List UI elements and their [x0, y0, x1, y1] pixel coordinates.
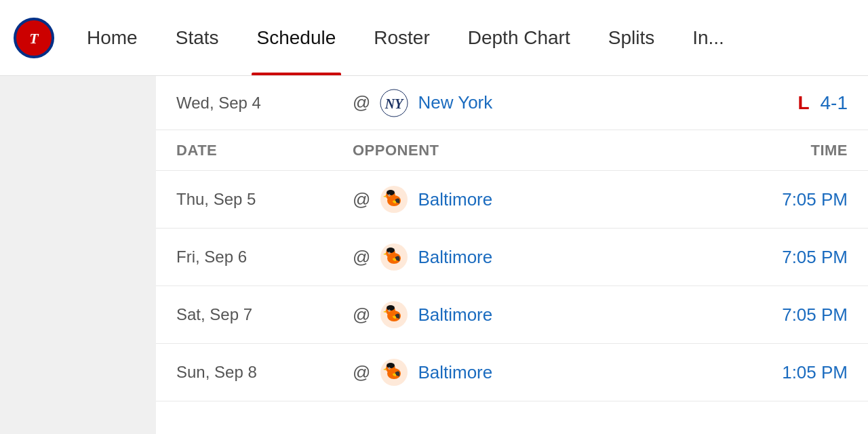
- upcoming-game-row: Thu, Sep 5 @: [156, 171, 868, 229]
- game-opponent: @ Baltimore: [353, 185, 712, 214]
- nav-item-stats[interactable]: Stats: [157, 0, 238, 75]
- svg-point-8: [387, 190, 395, 195]
- header-opponent: OPPONENT: [353, 142, 712, 159]
- opponent-name[interactable]: Baltimore: [418, 189, 492, 210]
- schedule-table: Wed, Sep 4 @ NY New York L 4-1: [156, 76, 868, 434]
- svg-point-22: [387, 305, 395, 311]
- game-date: Fri, Sep 6: [176, 248, 353, 267]
- game-opponent: @ Baltimore: [353, 243, 712, 271]
- game-date: Sat, Sep 7: [176, 305, 353, 324]
- schedule-header-row: DATE OPPONENT TIME: [156, 130, 868, 171]
- past-game-row: Wed, Sep 4 @ NY New York L 4-1: [156, 76, 868, 130]
- orioles-logo-icon: [380, 243, 408, 271]
- nav-item-injuries[interactable]: In...: [673, 0, 743, 75]
- nav-bar: T Home Stats Schedule Roster Depth Chart…: [0, 0, 868, 76]
- svg-text:NY: NY: [384, 96, 404, 111]
- orioles-logo-icon: [380, 300, 408, 329]
- svg-point-25: [389, 310, 391, 311]
- team-logo[interactable]: T: [14, 18, 54, 58]
- upcoming-game-row: Fri, Sep 6 @: [156, 229, 868, 286]
- game-date: Sun, Sep 8: [176, 363, 353, 382]
- game-time: 7:05 PM: [712, 189, 848, 210]
- game-time: 7:05 PM: [712, 247, 848, 268]
- orioles-logo-icon: [380, 185, 408, 214]
- svg-point-15: [387, 248, 395, 253]
- opponent-name[interactable]: Baltimore: [418, 247, 492, 268]
- game-opponent: @ Baltimore: [353, 300, 712, 329]
- yankees-logo-icon: NY: [380, 89, 408, 117]
- nav-item-depth-chart[interactable]: Depth Chart: [449, 0, 589, 75]
- nav-items: Home Stats Schedule Roster Depth Chart S…: [68, 0, 743, 75]
- past-game-result: L 4-1: [712, 92, 848, 114]
- upcoming-games-list: Thu, Sep 5 @: [156, 171, 868, 401]
- game-opponent: @ Baltimore: [353, 358, 712, 387]
- header-date: DATE: [176, 142, 353, 159]
- nav-item-roster[interactable]: Roster: [355, 0, 448, 75]
- svg-point-11: [389, 195, 391, 196]
- svg-point-18: [389, 252, 391, 254]
- opponent-name[interactable]: Baltimore: [418, 304, 492, 326]
- upcoming-game-row: Sat, Sep 7 @: [156, 286, 868, 344]
- orioles-logo-icon: [380, 358, 408, 387]
- nav-item-home[interactable]: Home: [68, 0, 157, 75]
- upcoming-game-row: Sun, Sep 8 @: [156, 344, 868, 401]
- opponent-name[interactable]: Baltimore: [418, 362, 492, 383]
- nav-item-schedule[interactable]: Schedule: [238, 0, 355, 75]
- game-time: 1:05 PM: [712, 362, 848, 383]
- svg-point-29: [387, 363, 395, 368]
- game-time: 7:05 PM: [712, 304, 848, 326]
- content-area: Wed, Sep 4 @ NY New York L 4-1: [0, 76, 868, 434]
- nav-item-splits[interactable]: Splits: [589, 0, 673, 75]
- header-time: TIME: [712, 142, 848, 159]
- svg-text:T: T: [29, 30, 39, 47]
- past-game-date: Wed, Sep 4: [176, 94, 353, 113]
- svg-point-32: [389, 368, 391, 369]
- past-game-opponent: @ NY New York: [353, 89, 712, 117]
- sidebar: [0, 76, 156, 434]
- game-date: Thu, Sep 5: [176, 190, 353, 209]
